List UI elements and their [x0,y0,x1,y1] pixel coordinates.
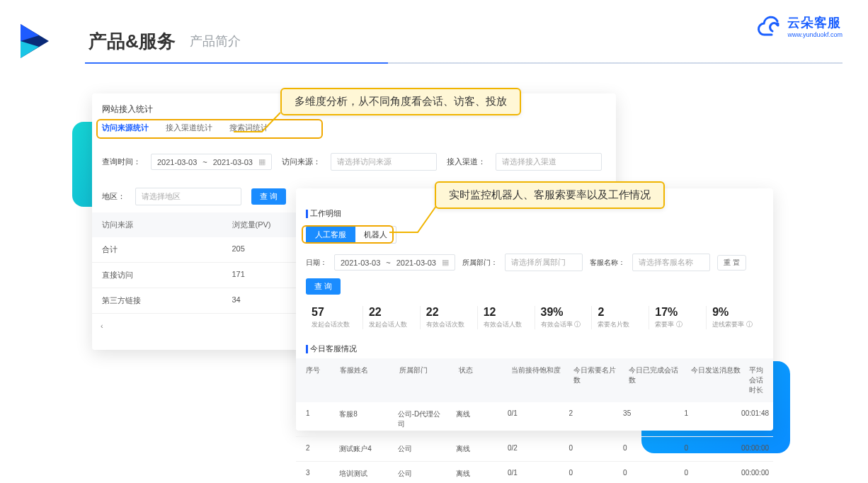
date-from: 2021-03-03 [157,158,197,166]
label-source: 访问来源： [282,157,321,167]
brand-play-icon [18,20,53,62]
stat-item: 9%进线索要率 ⓘ [707,306,763,329]
calendar-icon: ▦ [258,157,265,166]
stat-item: 12有效会话人数 [478,306,535,329]
agent-select[interactable]: 请选择客服名称 [632,254,710,271]
panel-work-detail: 工作明细 人工客服 机器人 日期： 2021-03-03~2021-03-03▦… [296,188,773,431]
label-agent: 客服名称： [590,258,625,268]
channel-select[interactable]: 请选择接入渠道 [496,153,602,171]
calendar-icon: ▦ [442,258,449,267]
callout-monitor: 实时监控机器人、客服索要率以及工作情况 [435,181,665,209]
tab-channel-stats[interactable]: 接入渠道统计 [166,123,212,139]
source-select[interactable]: 请选择访问来源 [331,153,437,171]
cloud-icon [756,14,784,38]
header-underline [85,62,843,64]
table-row: 2测试账户4公司离线0/200000:00:00 [296,437,773,462]
logo-text-url: www.yunduokf.com [787,31,843,38]
tab-keyword-stats[interactable]: 搜索词统计 [229,123,268,139]
logo-text-cn: 云朵客服 [787,14,843,31]
panel2-section-title: 今日客服情况 [296,336,773,358]
stats-row: 57发起会话次数22发起会话人数22有效会话次数12有效会话人数39%有效会话率… [296,302,773,336]
col-source: 访问来源 [92,212,227,237]
stat-item: 22有效会话次数 [421,306,478,329]
query-button-2[interactable]: 查 询 [306,278,341,295]
svg-point-3 [776,23,780,26]
table-row: 3培训测试公司离线0/100000:00:00 [296,462,773,483]
stat-item: 17%索要率 ⓘ [649,306,707,329]
dept-select[interactable]: 请选择所属部门 [505,254,583,271]
page-title: 产品&服务 [88,29,176,54]
brand-logo: 云朵客服www.yunduokf.com [756,14,843,38]
page-header: 产品&服务 产品简介 [18,20,850,62]
stat-item: 2索要名片数 [592,306,649,329]
table-row: 1客服8公司-D代理公司离线0/1235100:01:48 [296,402,773,437]
stat-item: 39%有效会话率 ⓘ [535,306,593,329]
label-region: 地区： [102,191,125,202]
callout-analysis: 多维度分析，从不同角度看会话、访客、投放 [280,88,521,115]
label-dept: 所属部门： [462,258,498,268]
label-channel: 接入渠道： [447,157,486,167]
seg-human-agent[interactable]: 人工客服 [306,226,355,244]
panel2-title: 工作明细 [296,208,773,226]
reset-button[interactable]: 重 置 [717,255,746,271]
page-subtitle: 产品简介 [190,33,241,50]
date-to: 2021-03-03 [213,158,253,166]
tab-source-stats[interactable]: 访问来源统计 [102,123,149,139]
stat-item: 57发起会话次数 [306,306,363,329]
panel2-filters: 日期： 2021-03-03~2021-03-03▦ 所属部门： 请选择所属部门… [296,249,773,302]
label-time: 查询时间： [102,157,141,167]
table2-body: 1客服8公司-D代理公司离线0/1235100:01:482测试账户4公司离线0… [296,402,773,483]
region-select[interactable]: 请选择地区 [135,188,241,205]
panel2-segments: 人工客服 机器人 [296,226,773,249]
query-button[interactable]: 查 询 [251,188,286,205]
panel1-tabs: 访问来源统计 接入渠道统计 搜索词统计 [92,123,616,144]
seg-robot[interactable]: 机器人 [355,226,396,244]
table2-header: 序号 客服姓名 所属部门 状态 当前接待饱和度 今日索要名片数 今日已完成会话数… [296,358,773,402]
date-range-picker[interactable]: 2021-03-03~2021-03-03▦ [151,154,272,170]
label-date: 日期： [306,258,327,268]
scroll-left-icon[interactable]: ‹ [101,322,103,330]
stat-item: 22发起会话人数 [363,306,421,329]
date-range-picker-2[interactable]: 2021-03-03~2021-03-03▦ [334,254,455,271]
